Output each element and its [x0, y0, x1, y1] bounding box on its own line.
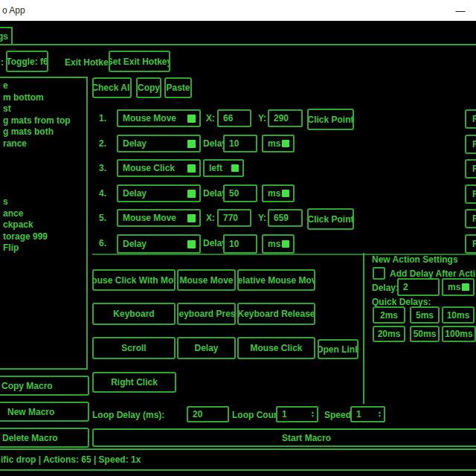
minimize-icon: — — [456, 5, 466, 16]
speed-stepper[interactable]: 1 ▲▼ — [350, 406, 385, 422]
paste-button[interactable]: Paste — [164, 77, 192, 98]
y-input[interactable]: 659 — [268, 209, 303, 227]
macro-list-item[interactable] — [0, 150, 86, 162]
action-type-dropdown[interactable]: Delay — [117, 135, 201, 152]
remove-row-button[interactable]: Remove — [465, 209, 476, 228]
mouse-button-dropdown[interactable]: left — [203, 159, 244, 177]
macro-list-item[interactable]: Flip — [0, 242, 86, 254]
remove-row-button[interactable]: Remove — [465, 184, 476, 204]
add-right-click-button[interactable]: Right Click — [92, 372, 176, 393]
click-point-button[interactable]: Click Point — [307, 208, 354, 230]
x-label: X: — [206, 213, 215, 223]
action-type-dropdown[interactable]: Delay — [117, 184, 201, 202]
minimize-button[interactable]: — — [445, 0, 476, 21]
y-input[interactable]: 290 — [268, 109, 303, 127]
button-label: Scroll — [121, 343, 146, 353]
macro-list-item[interactable]: ckpack — [0, 219, 86, 231]
add-mouse-click-with-move-button[interactable]: Mouse Click With Move — [92, 269, 176, 291]
loop-delay-input[interactable]: 20 — [187, 406, 229, 422]
remove-row-button[interactable]: Remove — [465, 159, 476, 178]
delete-macro-button[interactable]: Delete Macro — [0, 428, 89, 448]
add-keyboard-button[interactable]: Keyboard — [92, 303, 176, 325]
stepper-arrows-icon[interactable]: ▲▼ — [378, 411, 382, 418]
add-open-link-button[interactable]: Open Link — [318, 339, 358, 359]
add-mouse-move-button[interactable]: Mouse Move — [177, 269, 236, 291]
macro-list-item[interactable] — [0, 161, 86, 173]
delay-input[interactable]: 10 — [223, 234, 257, 254]
add-keyboard-press-button[interactable]: Keyboard Press — [177, 303, 236, 325]
loop-delay-value: 20 — [193, 409, 202, 419]
loop-count-value: 1 — [282, 409, 287, 419]
action-row-number: 1. — [99, 113, 106, 123]
add-delay-after-action-checkbox[interactable] — [373, 267, 385, 280]
add-delay-button[interactable]: Delay — [177, 337, 236, 359]
delay-unit-value: ms — [268, 188, 280, 199]
dropdown-arrow-icon — [187, 190, 196, 198]
quick-delay-10ms-button[interactable]: 10ms — [442, 306, 475, 324]
macro-list-item[interactable]: g mats from top — [0, 115, 86, 127]
x-input[interactable]: 66 — [217, 109, 251, 127]
quick-delay-20ms-button[interactable]: 20ms — [373, 326, 405, 342]
loop-count-stepper[interactable]: 1 ▲▼ — [276, 406, 318, 422]
tab-strip-divider — [0, 44, 476, 45]
delay-input[interactable]: 10 — [223, 135, 257, 152]
action-type-dropdown[interactable]: Delay — [117, 234, 201, 254]
check-all-button[interactable]: Check All — [92, 77, 132, 98]
macro-list-item[interactable]: e — [0, 80, 86, 92]
toggle-hotkey-button[interactable]: Toggle: f6 — [6, 51, 48, 72]
macro-list-item[interactable] — [0, 173, 86, 185]
delay-value: 10 — [229, 138, 239, 149]
click-point-button[interactable]: Click Point — [307, 109, 354, 130]
add-scroll-button[interactable]: Scroll — [92, 337, 176, 359]
copy-button[interactable]: Copy — [136, 77, 161, 98]
settings-delay-unit-dropdown[interactable]: ms — [442, 278, 475, 296]
remove-row-button[interactable]: Remove — [465, 234, 476, 254]
settings-delay-value: 2 — [403, 282, 408, 292]
action-type-dropdown[interactable]: Mouse Click — [117, 159, 201, 177]
action-type-value: Delay — [123, 138, 147, 149]
action-row-number: 2. — [99, 138, 106, 149]
add-mouse-click-button[interactable]: Mouse Click — [237, 337, 315, 359]
dropdown-arrow-icon — [187, 140, 196, 148]
tab-settings[interactable]: gs — [0, 27, 13, 45]
delay-unit-dropdown[interactable]: ms — [262, 184, 295, 202]
click-point-label: Click Point — [308, 214, 354, 225]
start-macro-button[interactable]: Start Macro — [92, 428, 476, 447]
set-exit-hotkey-button[interactable]: Set Exit Hotkey — [109, 51, 170, 72]
x-input[interactable]: 770 — [217, 209, 251, 227]
start-macro-label: Start Macro — [282, 433, 331, 443]
macro-list-item[interactable]: s — [0, 196, 86, 208]
action-type-value: Delay — [123, 188, 147, 199]
macro-list-item[interactable]: ance — [0, 208, 86, 220]
macro-list-item[interactable]: g mats both — [0, 126, 86, 138]
macro-list-item[interactable] — [0, 184, 86, 196]
button-label: Mouse Click — [250, 343, 302, 353]
settings-delay-input[interactable]: 2 — [397, 278, 440, 296]
macro-list-item[interactable]: m bottom — [0, 92, 86, 104]
delay-unit-dropdown[interactable]: ms — [262, 234, 295, 254]
macro-list-item[interactable]: st — [0, 103, 86, 115]
add-keyboard-release-button[interactable]: Keyboard Release — [237, 303, 315, 325]
stepper-arrows-icon[interactable]: ▲▼ — [311, 411, 315, 418]
status-bar: ific drop | Actions: 65 | Speed: 1x — [0, 448, 476, 471]
quick-delay-100ms-button[interactable]: 100ms — [442, 326, 476, 342]
action-type-dropdown[interactable]: Mouse Move — [117, 109, 201, 127]
remove-row-label: Remove — [472, 239, 476, 249]
action-type-dropdown[interactable]: Mouse Move — [117, 209, 201, 227]
macro-list-item[interactable]: torage 999 — [0, 231, 86, 243]
quick-delay-5ms-button[interactable]: 5ms — [410, 306, 440, 324]
remove-row-button[interactable]: Remove — [465, 135, 476, 154]
macro-list-item[interactable]: rance — [0, 138, 86, 150]
delay-input[interactable]: 50 — [223, 184, 257, 202]
delay-unit-dropdown[interactable]: ms — [262, 135, 295, 152]
copy-macro-button[interactable]: Copy Macro — [0, 376, 89, 396]
button-label: Mouse Move — [179, 275, 233, 286]
new-macro-button[interactable]: New Macro — [0, 402, 89, 422]
macro-list[interactable]: e m bottom st g mats from top g mats bot… — [0, 77, 88, 370]
add-relative-mouse-move-button[interactable]: Relative Mouse Move — [237, 269, 315, 291]
remove-row-button[interactable]: Remove — [465, 109, 476, 129]
y-label: Y: — [258, 213, 266, 223]
quick-delay-2ms-button[interactable]: 2ms — [373, 306, 405, 324]
status-text: ific drop | Actions: 65 | Speed: 1x — [0, 454, 141, 465]
quick-delay-50ms-button[interactable]: 50ms — [410, 326, 440, 342]
